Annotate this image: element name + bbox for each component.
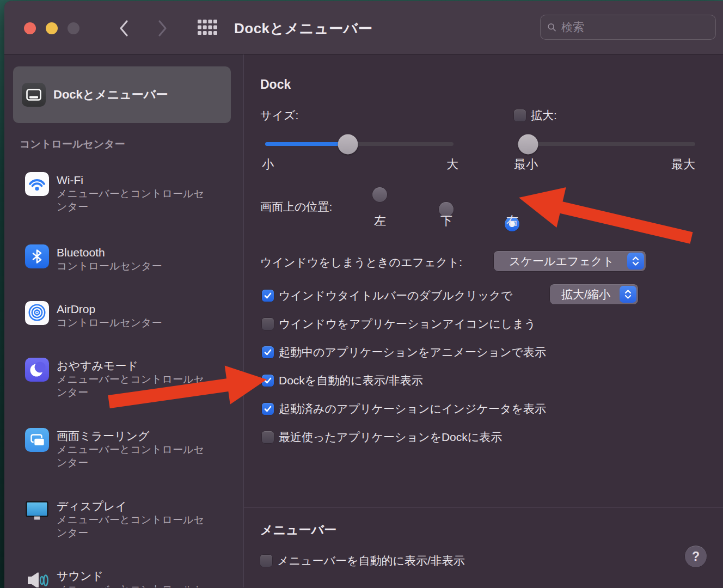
sidebar-item-sound[interactable]: サウンド メニューバーとコントロールセンター: [4, 568, 244, 587]
bluetooth-icon: [25, 244, 49, 268]
position-radio-right-label: 右: [500, 213, 524, 229]
position-label: 画面上の位置:: [260, 199, 332, 215]
double-click-checkbox[interactable]: [262, 290, 274, 302]
traffic-lights: [24, 22, 79, 34]
magnification-max-label: 最大: [671, 156, 695, 173]
checkbox-label: Dockを自動的に表示/非表示: [279, 373, 423, 388]
minimize-to-app-icon-checkbox[interactable]: [262, 318, 274, 330]
wifi-icon: [25, 172, 49, 196]
sidebar-item-subtitle: メニューバーとコントロールセンター: [57, 187, 205, 213]
sidebar-item-subtitle: コントロールセンター: [57, 316, 205, 329]
sidebar-item-title: Wi-Fi: [57, 173, 205, 187]
autohide-menubar-row: メニューバーを自動的に表示/非表示: [260, 553, 465, 568]
sidebar-section-header: コントロールセンター: [20, 137, 125, 151]
position-radio-left-label: 左: [368, 213, 392, 229]
checkmark-icon: [262, 375, 274, 387]
titlebar: Dockとメニューバー: [4, 1, 723, 54]
checkbox-label: メニューバーを自動的に表示/非表示: [277, 553, 465, 568]
show-recent-apps-checkbox[interactable]: [262, 431, 274, 443]
dock-settings-pane: Dock サイズ: 小 大 拡大:: [244, 54, 723, 587]
size-label: サイズ:: [260, 108, 298, 123]
dock-section-header: Dock: [260, 77, 291, 92]
show-indicators-row: 起動済みのアプリケーションにインジケータを表示: [262, 401, 546, 416]
sidebar-item-do-not-disturb[interactable]: おやすみモード メニューバーとコントロールセンター: [4, 358, 244, 399]
popup-stepper-icon: [627, 253, 644, 270]
zoom-button[interactable]: [68, 22, 79, 34]
minimize-effect-label: ウインドウをしまうときのエフェクト:: [260, 255, 462, 270]
magnification-slider[interactable]: [517, 134, 695, 154]
airdrop-icon: [25, 301, 49, 325]
desktop: Dockとメニューバー Dockとメニューバー コン: [0, 0, 723, 588]
minimize-effect-value: スケールエフェクト: [494, 254, 627, 269]
sidebar-item-subtitle: メニューバーとコントロールセンター: [57, 583, 205, 587]
double-click-row: ウインドウタイトルバーのダブルクリックで: [262, 288, 512, 303]
magnification-slider-knob[interactable]: [518, 134, 538, 154]
show-recent-apps-row: 最近使ったアプリケーションをDockに表示: [262, 430, 502, 445]
popup-stepper-icon: [620, 286, 636, 303]
minimize-button[interactable]: [46, 22, 58, 34]
size-min-label: 小: [262, 156, 274, 173]
search-field[interactable]: [540, 15, 716, 40]
chevron-left-icon: [118, 19, 130, 38]
size-max-label: 大: [446, 156, 458, 173]
animate-opening-checkbox[interactable]: [262, 346, 274, 358]
magnification-min-label: 最小: [514, 156, 538, 173]
back-button[interactable]: [114, 19, 133, 38]
sidebar-item-wifi[interactable]: Wi-Fi メニューバーとコントロールセンター: [4, 172, 244, 213]
screen-mirroring-icon: [25, 428, 49, 452]
double-click-popup[interactable]: 拡大/縮小: [550, 284, 638, 304]
checkmark-icon: [262, 403, 274, 415]
search-input[interactable]: [561, 21, 709, 34]
sidebar-item-title: おやすみモード: [57, 358, 205, 373]
autohide-dock-checkbox[interactable]: [262, 375, 274, 387]
magnification-label: 拡大:: [531, 108, 557, 123]
forward-button[interactable]: [154, 19, 172, 38]
sidebar-item-title: 画面ミラーリング: [57, 428, 205, 443]
window-title: Dockとメニューバー: [234, 19, 372, 38]
magnification-checkbox[interactable]: [514, 109, 526, 121]
menubar-section-header: メニューバー: [260, 522, 336, 538]
close-button[interactable]: [24, 22, 36, 34]
minimize-to-app-icon-row: ウインドウをアプリケーションアイコンにしまう: [262, 316, 536, 332]
sidebar-item-title: サウンド: [57, 568, 205, 583]
sidebar-item-screen-mirroring[interactable]: 画面ミラーリング メニューバーとコントロールセンター: [4, 428, 244, 469]
checkbox-label: ウインドウをアプリケーションアイコンにしまう: [279, 316, 536, 332]
show-all-grid-icon[interactable]: [198, 20, 217, 36]
search-icon: [547, 20, 556, 34]
sidebar-item-label: Dockとメニューバー: [53, 87, 168, 103]
checkbox-label: 起動済みのアプリケーションにインジケータを表示: [279, 401, 546, 416]
sidebar: Dockとメニューバー コントロールセンター Wi-Fi メニューバーとコントロ…: [4, 54, 244, 587]
double-click-value: 拡大/縮小: [550, 287, 620, 302]
checkbox-label: 起動中のアプリケーションをアニメーションで表示: [279, 345, 546, 360]
sidebar-item-title: Bluetooth: [57, 245, 205, 260]
magnification-slider-track[interactable]: [517, 142, 695, 146]
help-button[interactable]: ?: [685, 546, 707, 567]
sidebar-item-subtitle: メニューバーとコントロールセンター: [57, 443, 205, 469]
sidebar-item-title: AirDrop: [57, 302, 205, 316]
display-icon: [25, 498, 49, 522]
sidebar-item-dock-menubar[interactable]: Dockとメニューバー: [13, 66, 231, 123]
sidebar-item-display[interactable]: ディスプレイ メニューバーとコントロールセンター: [4, 498, 244, 540]
size-slider-fill: [265, 142, 348, 146]
sidebar-item-airdrop[interactable]: AirDrop コントロールセンター: [4, 301, 244, 329]
position-radio-bottom-label: 下: [434, 213, 458, 229]
sidebar-item-subtitle: メニューバーとコントロールセンター: [57, 513, 205, 540]
sidebar-item-subtitle: コントロールセンター: [57, 260, 205, 273]
minimize-effect-popup[interactable]: スケールエフェクト: [494, 251, 646, 271]
size-slider[interactable]: [265, 134, 454, 154]
checkmark-icon: [262, 290, 274, 302]
moon-icon: [25, 358, 49, 382]
system-preferences-window: Dockとメニューバー Dockとメニューバー コン: [4, 1, 723, 588]
chevron-right-icon: [157, 19, 169, 38]
sidebar-item-bluetooth[interactable]: Bluetooth コントロールセンター: [4, 244, 244, 273]
magnification-row: 拡大:: [514, 108, 557, 123]
animate-opening-row: 起動中のアプリケーションをアニメーションで表示: [262, 345, 546, 360]
size-slider-knob[interactable]: [338, 134, 358, 154]
position-radio-left[interactable]: [372, 187, 387, 202]
checkmark-icon: [262, 346, 274, 358]
show-indicators-checkbox[interactable]: [262, 403, 274, 415]
double-click-label: ウインドウタイトルバーのダブルクリックで: [279, 288, 512, 303]
sidebar-item-title: ディスプレイ: [57, 499, 205, 513]
sound-icon: [25, 568, 49, 587]
autohide-menubar-checkbox[interactable]: [260, 555, 272, 567]
